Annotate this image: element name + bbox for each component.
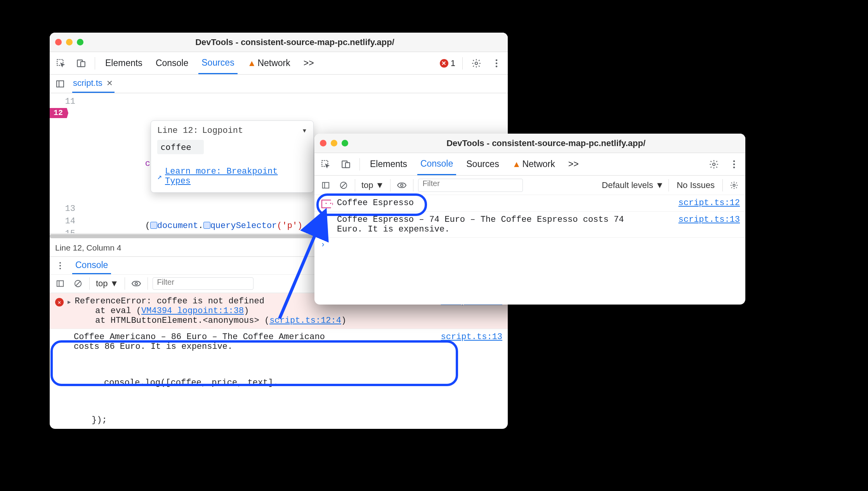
svg-point-29 bbox=[401, 184, 403, 186]
breakpoint-line-number: 12 bbox=[50, 108, 68, 118]
log-text: Coffee Espresso – 74 Euro – The Coffee E… bbox=[337, 215, 632, 234]
drawer-more-icon[interactable] bbox=[54, 259, 67, 272]
show-sidebar-icon[interactable] bbox=[54, 277, 67, 290]
svg-point-24 bbox=[733, 166, 735, 168]
context-selector[interactable]: top ▼ bbox=[360, 180, 385, 190]
live-expression-icon[interactable] bbox=[395, 179, 408, 192]
titlebar: DevTools - consistent-source-map-pc.netl… bbox=[50, 33, 508, 52]
settings-icon[interactable] bbox=[707, 158, 720, 171]
tab-network-label: Network bbox=[257, 58, 290, 68]
tab-elements[interactable]: Elements bbox=[367, 153, 410, 175]
chevron-down-icon[interactable]: ▾ bbox=[302, 125, 307, 136]
tabs-overflow[interactable]: >> bbox=[565, 153, 582, 175]
separator bbox=[413, 179, 413, 192]
tabs-overflow[interactable]: >> bbox=[300, 52, 317, 74]
tab-network[interactable]: ▲ Network bbox=[245, 52, 293, 74]
file-tab-script-ts[interactable]: script.ts ✕ bbox=[72, 75, 115, 93]
console-settings-icon[interactable] bbox=[727, 179, 741, 192]
console-filter-input[interactable]: Filter bbox=[418, 179, 523, 192]
learn-more-text[interactable]: Learn more: Breakpoint Types bbox=[165, 167, 307, 186]
error-count: 1 bbox=[451, 58, 455, 68]
tab-console[interactable]: Console bbox=[417, 153, 456, 175]
chevron-down-icon: ▼ bbox=[655, 180, 664, 190]
show-sidebar-icon[interactable] bbox=[319, 179, 332, 192]
levels-label: Default levels bbox=[602, 180, 653, 190]
warning-icon: ▲ bbox=[512, 159, 521, 169]
logpoint-badge-icon bbox=[321, 200, 333, 208]
traffic-lights bbox=[55, 39, 83, 45]
expand-icon[interactable]: ▶ bbox=[68, 299, 71, 305]
tab-sources[interactable]: Sources bbox=[463, 153, 502, 175]
svg-rect-12 bbox=[57, 281, 64, 287]
settings-icon[interactable] bbox=[470, 57, 483, 70]
device-toolbar-icon[interactable] bbox=[75, 57, 88, 70]
svg-rect-25 bbox=[323, 182, 329, 188]
svg-point-4 bbox=[496, 59, 498, 61]
svg-rect-20 bbox=[345, 162, 350, 167]
svg-point-3 bbox=[475, 62, 478, 64]
tab-sources[interactable]: Sources bbox=[198, 52, 237, 74]
zoom-window-icon[interactable] bbox=[77, 39, 83, 45]
panel-tabs: Elements Console Sources ▲ Network >> bbox=[314, 153, 745, 176]
issues-indicator[interactable]: No Issues bbox=[674, 180, 718, 190]
svg-point-30 bbox=[733, 184, 735, 186]
close-window-icon[interactable] bbox=[55, 39, 62, 45]
console-log-message[interactable]: Coffee Espresso – 74 Euro – The Coffee E… bbox=[314, 212, 745, 238]
separator bbox=[355, 179, 355, 192]
more-menu-icon[interactable] bbox=[727, 158, 741, 171]
error-icon: ✕ bbox=[55, 298, 64, 306]
external-link-icon: ↗ bbox=[157, 172, 162, 181]
breakpoint-marker[interactable]: •• 12 bbox=[50, 108, 68, 118]
file-tab-label: script.ts bbox=[73, 78, 102, 88]
svg-point-21 bbox=[713, 163, 715, 165]
error-count-icon: ✕ bbox=[440, 59, 448, 68]
svg-point-5 bbox=[496, 62, 498, 64]
window-title: DevTools - consistent-source-map-pc.netl… bbox=[352, 138, 740, 148]
svg-point-6 bbox=[496, 65, 498, 67]
svg-point-9 bbox=[59, 262, 61, 263]
context-label: top bbox=[361, 180, 373, 190]
zoom-window-icon[interactable] bbox=[342, 140, 348, 146]
warning-icon: ▲ bbox=[248, 58, 256, 68]
inspect-element-icon[interactable] bbox=[54, 57, 68, 70]
console-logpoint-message[interactable]: Coffee Espresso script.ts:12 bbox=[314, 195, 745, 212]
clear-console-icon[interactable] bbox=[337, 179, 350, 192]
show-navigator-icon[interactable] bbox=[54, 77, 67, 91]
console-prompt[interactable]: › bbox=[314, 238, 745, 251]
log-text: Coffee Espresso bbox=[337, 198, 414, 208]
svg-rect-2 bbox=[81, 61, 85, 66]
minimize-window-icon[interactable] bbox=[66, 39, 73, 45]
panel-tabs: Elements Console Sources ▲ Network >> ✕ … bbox=[50, 52, 508, 75]
popup-type-label[interactable]: Logpoint bbox=[202, 126, 243, 136]
separator bbox=[390, 179, 391, 192]
svg-point-11 bbox=[59, 268, 61, 269]
tab-network[interactable]: ▲ Network bbox=[509, 153, 558, 175]
file-tab-row: script.ts ✕ bbox=[50, 75, 508, 93]
learn-more-link[interactable]: ↗ Learn more: Breakpoint Types bbox=[157, 167, 307, 186]
close-window-icon[interactable] bbox=[320, 140, 326, 146]
svg-rect-7 bbox=[57, 81, 64, 87]
inspect-element-icon[interactable] bbox=[319, 158, 332, 171]
tab-elements[interactable]: Elements bbox=[102, 52, 146, 74]
popup-line-label: Line 12: bbox=[157, 126, 198, 136]
separator bbox=[95, 57, 95, 70]
log-levels-selector[interactable]: Default levels ▼ bbox=[602, 180, 664, 190]
separator bbox=[359, 158, 360, 171]
device-toolbar-icon[interactable] bbox=[339, 158, 352, 171]
message-source-link[interactable]: script.ts:12 bbox=[679, 198, 740, 208]
more-menu-icon[interactable] bbox=[490, 57, 503, 70]
tab-network-label: Network bbox=[522, 159, 555, 169]
logpoint-expression-input[interactable]: coffee bbox=[157, 140, 204, 154]
titlebar: DevTools - consistent-source-map-pc.netl… bbox=[314, 134, 745, 153]
scrollbar-thumb[interactable] bbox=[50, 234, 334, 238]
close-tab-icon[interactable]: ✕ bbox=[106, 78, 113, 88]
logpoint-popup: Line 12: Logpoint ▾ coffee ↗ Learn more:… bbox=[151, 120, 314, 193]
message-source-link[interactable]: script.ts:13 bbox=[679, 215, 740, 225]
minimize-window-icon[interactable] bbox=[331, 140, 337, 146]
line-number: 14 bbox=[50, 215, 75, 228]
error-indicator[interactable]: ✕ 1 bbox=[440, 58, 455, 68]
tab-console[interactable]: Console bbox=[153, 52, 191, 74]
svg-line-28 bbox=[342, 183, 346, 187]
svg-line-15 bbox=[76, 282, 80, 286]
separator bbox=[668, 179, 669, 192]
